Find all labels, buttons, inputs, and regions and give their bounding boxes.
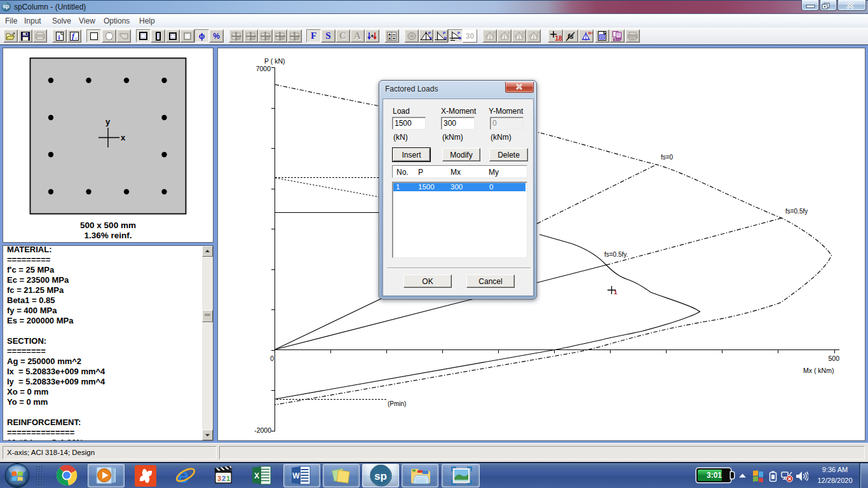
svg-text:M: M bbox=[444, 36, 447, 40]
svg-text:2: 2 bbox=[222, 475, 226, 482]
svg-text:1: 1 bbox=[226, 475, 230, 482]
svg-text:1: 1 bbox=[614, 288, 618, 295]
svg-text:M: M bbox=[459, 36, 461, 40]
svg-text:P: P bbox=[428, 31, 431, 35]
svg-text:P ( kN): P ( kN) bbox=[264, 57, 285, 65]
svg-text:´: ´ bbox=[76, 32, 77, 36]
svg-text:y: y bbox=[105, 117, 111, 126]
svg-text:EMF: EMF bbox=[613, 37, 621, 41]
svg-text:Φ=1: Φ=1 bbox=[588, 31, 593, 35]
svg-text:500: 500 bbox=[828, 355, 839, 362]
svg-text:M: M bbox=[430, 36, 432, 40]
svg-text:Mx ( kNm): Mx ( kNm) bbox=[803, 367, 834, 374]
svg-text:fs=0.5fy.: fs=0.5fy. bbox=[604, 251, 628, 258]
svg-text:+: + bbox=[370, 33, 374, 39]
svg-text:0: 0 bbox=[270, 355, 274, 362]
svg-text:7000: 7000 bbox=[256, 65, 271, 72]
svg-text:sp: sp bbox=[374, 470, 387, 482]
svg-text:P: P bbox=[443, 31, 445, 35]
svg-text:3: 3 bbox=[217, 475, 221, 482]
svg-text:i: i bbox=[58, 32, 60, 40]
svg-text:(Pmin): (Pmin) bbox=[388, 400, 406, 407]
svg-text:P: P bbox=[537, 31, 539, 35]
svg-text:W: W bbox=[292, 471, 300, 480]
svg-text:1.36% reinf.: 1.36% reinf. bbox=[84, 231, 132, 240]
svg-text:×: × bbox=[388, 36, 391, 41]
svg-text:fs=0: fs=0 bbox=[661, 154, 674, 161]
svg-text:P: P bbox=[493, 31, 496, 35]
svg-text:500 x 500 mm: 500 x 500 mm bbox=[80, 220, 136, 230]
svg-text:P: P bbox=[458, 31, 460, 35]
svg-text:x: x bbox=[121, 133, 126, 142]
svg-text:-2000: -2000 bbox=[254, 426, 271, 434]
svg-text:P: P bbox=[508, 31, 510, 35]
svg-text:÷: ÷ bbox=[393, 36, 396, 41]
svg-text:c: c bbox=[75, 36, 77, 41]
svg-text:fs=0.5fy: fs=0.5fy bbox=[785, 208, 808, 215]
svg-text:18: 18 bbox=[555, 35, 562, 41]
svg-text:X: X bbox=[254, 471, 259, 480]
svg-text:P: P bbox=[522, 31, 525, 35]
svg-text:fs: fs bbox=[567, 32, 574, 40]
